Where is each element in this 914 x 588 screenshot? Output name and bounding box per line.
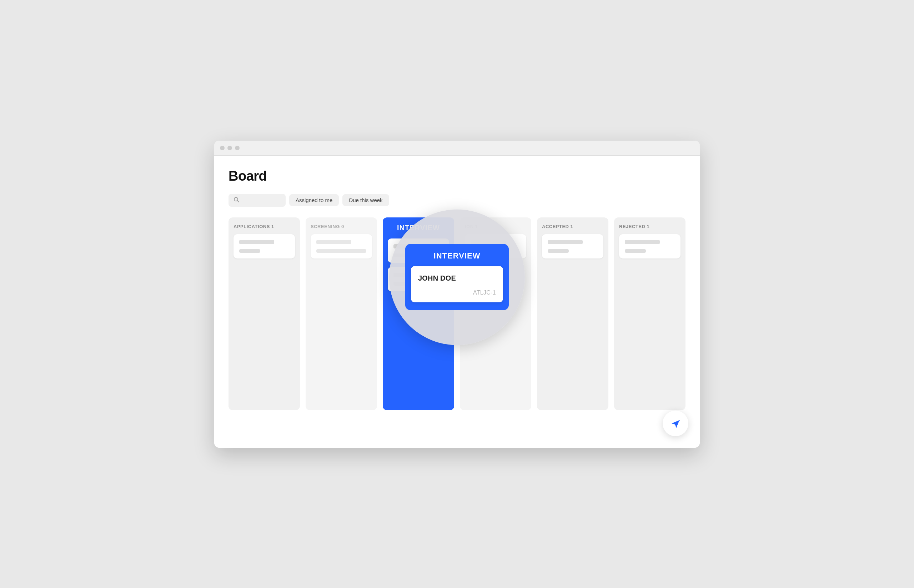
traffic-light-minimize[interactable] [228, 145, 232, 150]
page-title: Board [228, 168, 686, 184]
column-header-rejected: REJECTED 1 [619, 224, 680, 229]
card-bar-sm [548, 249, 569, 253]
traffic-light-maximize[interactable] [235, 145, 239, 150]
column-applications: APPLICATIONS 1 [228, 217, 300, 410]
magnifier-card-name: JOHN DOE [418, 274, 496, 283]
column-accepted: ACCEPTED 1 [537, 217, 609, 410]
magnifier-column-title: INTERVIEW [411, 251, 503, 261]
column-header-screening: SCREENING 0 [311, 224, 372, 229]
app-window: Board Assigned to me Due this week APPLI… [214, 141, 700, 448]
card-applications-1[interactable] [234, 234, 295, 258]
card-bar [317, 240, 351, 244]
card-bar [548, 240, 583, 244]
magnifier-card[interactable]: JOHN DOE ATLJC-1 [411, 267, 503, 302]
column-header-applications: APPLICATIONS 1 [234, 224, 295, 229]
filter-due-week-button[interactable]: Due this week [342, 194, 389, 206]
magnifier-overlay: INTERVIEW JOHN DOE ATLJC-1 [389, 209, 525, 345]
search-icon [234, 197, 239, 204]
column-header-accepted: ACCEPTED 1 [542, 224, 603, 229]
column-rejected: REJECTED 1 [614, 217, 686, 410]
card-bar-sm [317, 249, 366, 253]
card-bar-sm [625, 249, 646, 253]
card-bar [239, 240, 274, 244]
filter-assigned-button[interactable]: Assigned to me [289, 194, 339, 206]
main-content: Board Assigned to me Due this week APPLI… [214, 156, 700, 448]
search-box[interactable] [228, 194, 286, 207]
send-icon [669, 417, 682, 430]
svg-line-1 [237, 200, 239, 202]
fab-button[interactable] [663, 410, 688, 436]
card-screening-1[interactable] [311, 234, 372, 258]
card-bar [625, 240, 660, 244]
magnifier-card-id: ATLJC-1 [418, 289, 496, 296]
column-screening: SCREENING 0 [305, 217, 377, 410]
magnifier-inner: INTERVIEW JOHN DOE ATLJC-1 [405, 244, 509, 310]
card-accepted-1[interactable] [542, 234, 603, 258]
card-bar-sm [239, 249, 260, 253]
traffic-lights [220, 145, 239, 150]
traffic-light-close[interactable] [220, 145, 224, 150]
card-rejected-1[interactable] [619, 234, 680, 258]
toolbar: Assigned to me Due this week [228, 194, 686, 207]
titlebar [214, 141, 700, 156]
